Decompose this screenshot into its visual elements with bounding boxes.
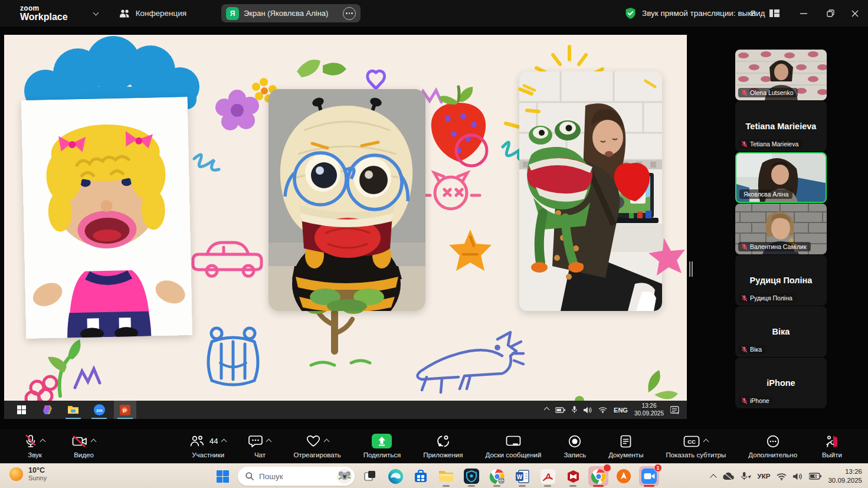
presenter-language-indicator[interactable]: ENG xyxy=(614,407,628,414)
file-explorer-icon[interactable] xyxy=(436,466,456,486)
mcafee-icon[interactable] xyxy=(563,466,583,486)
participant-name-label: Валентина Самілик xyxy=(738,242,811,251)
leave-label: Выйти xyxy=(822,451,842,458)
copilot-icon[interactable] xyxy=(36,401,58,419)
clock[interactable]: 13:26 30.09.2025 xyxy=(828,467,862,485)
participant-tile[interactable]: Рудиця Поліна Рудиця Поліна xyxy=(735,255,827,306)
chrome-notification-badge xyxy=(603,464,611,472)
word-icon[interactable]: W xyxy=(512,466,532,486)
record-button[interactable]: Запись xyxy=(561,433,588,460)
more-button[interactable]: Дополнительно xyxy=(746,433,800,460)
captions-button[interactable]: CC Показать субтитры xyxy=(663,433,728,460)
heart-doodle xyxy=(368,71,385,89)
participant-tile[interactable]: Olena Lutsenko xyxy=(735,50,827,100)
audio-options-chevron-icon[interactable] xyxy=(40,439,46,445)
documents-button[interactable]: Документы xyxy=(606,433,646,460)
presenter-battery-icon xyxy=(555,407,565,413)
video-button[interactable]: Видео xyxy=(70,433,98,460)
presenter-notification-icon[interactable] xyxy=(670,406,680,414)
leave-button[interactable]: Выйти xyxy=(820,433,844,460)
participants-options-chevron-icon[interactable] xyxy=(221,439,227,445)
edge-icon[interactable] xyxy=(385,466,405,486)
doll-puppet-photo xyxy=(21,97,192,339)
onedrive-cloud-icon[interactable] xyxy=(722,472,734,480)
microsoft-store-icon[interactable] xyxy=(411,466,431,486)
captions-options-chevron-icon[interactable] xyxy=(703,439,709,445)
weather-widget[interactable]: 10°C Sunny xyxy=(9,466,47,482)
svg-text:W: W xyxy=(516,473,522,480)
participants-button[interactable]: 44 Участники xyxy=(188,433,228,460)
more-icon xyxy=(767,435,779,448)
task-view-icon[interactable] xyxy=(360,466,380,486)
record-label: Запись xyxy=(564,451,586,458)
leave-meeting-icon xyxy=(825,435,839,448)
sun-icon xyxy=(9,467,23,481)
chrome-profile-icon[interactable] xyxy=(487,466,507,486)
restore-button[interactable] xyxy=(817,0,844,27)
view-button-label: Вид xyxy=(751,9,765,18)
react-options-chevron-icon[interactable] xyxy=(323,439,329,445)
whiteboards-button[interactable]: Доски сообщений xyxy=(483,433,543,460)
participant-tile[interactable]: Валентина Самілик xyxy=(735,204,827,254)
wifi-icon[interactable] xyxy=(777,473,787,480)
tab-screen-share-label: Экран (Яковлєва Аліна) xyxy=(244,9,338,18)
presenter-clock: 13:26 30.09.2025 xyxy=(634,402,664,417)
presenter-tray-chevron-icon[interactable] xyxy=(544,407,550,413)
chat-button[interactable]: Чат xyxy=(246,433,273,460)
zoom-taskbar-icon[interactable]: 1 xyxy=(639,466,659,486)
panel-resize-handle[interactable] xyxy=(689,261,694,277)
search-placeholder: Пошук xyxy=(259,472,332,481)
chevron-down-icon[interactable] xyxy=(93,9,99,15)
mic-muted-icon xyxy=(741,294,748,302)
search-box[interactable]: Пошук xyxy=(238,467,355,486)
taskbar-time: 13:26 xyxy=(828,467,862,476)
share-button[interactable]: Поделиться xyxy=(361,433,404,460)
presenter-start-button[interactable] xyxy=(10,401,32,419)
koala-daily-image[interactable] xyxy=(337,469,352,484)
chat-options-chevron-icon[interactable] xyxy=(266,439,272,445)
mic-muted-icon xyxy=(741,140,748,148)
minimize-button[interactable] xyxy=(790,0,817,27)
video-options-chevron-icon[interactable] xyxy=(91,439,97,445)
zoom-workplace-logo: zoom Workplace xyxy=(20,5,68,22)
participant-tile[interactable]: Віка Віка xyxy=(735,306,827,357)
view-button[interactable]: Вид xyxy=(751,0,779,27)
tray-chevron-icon[interactable] xyxy=(710,474,716,480)
svg-text:CC: CC xyxy=(687,438,696,445)
presenter-taskbar: zm P ENG 13:26 30.09.2025 xyxy=(4,401,687,419)
documents-label: Документы xyxy=(608,451,643,458)
speaker-icon[interactable] xyxy=(793,473,803,480)
audio-button[interactable]: Звук xyxy=(22,433,47,460)
presenter-file-explorer-icon[interactable] xyxy=(62,401,84,419)
mic-location-icon[interactable] xyxy=(741,472,751,481)
presenter-avatar: Я xyxy=(226,7,239,20)
apps-button[interactable]: Приложения xyxy=(421,433,465,460)
battery-icon[interactable] xyxy=(809,473,821,480)
start-button[interactable] xyxy=(212,466,232,486)
participant-tile-active-speaker[interactable]: Яковлєва Аліна xyxy=(735,152,827,203)
layout-view-icon xyxy=(769,9,779,18)
chrome-active-icon[interactable] xyxy=(588,466,608,486)
presenter-zoom-icon[interactable]: zm xyxy=(88,401,110,419)
security-app-icon[interactable] xyxy=(461,466,482,486)
people-icon xyxy=(119,9,130,18)
tab-meeting[interactable]: Конференция xyxy=(119,9,187,18)
participant-tile[interactable]: Tetiana Marieieva Tetiana Marieieva xyxy=(735,101,827,152)
close-button[interactable] xyxy=(841,0,868,27)
language-indicator[interactable]: УКР xyxy=(758,473,771,480)
powerpoint-icon[interactable]: P xyxy=(114,401,136,419)
tab-options-icon[interactable] xyxy=(343,7,356,20)
participant-name-label: iPhone xyxy=(738,396,774,405)
shield-check-icon xyxy=(624,7,637,19)
bottom-left-plants xyxy=(26,339,100,401)
acrobat-icon[interactable] xyxy=(538,466,558,486)
avast-icon[interactable] xyxy=(614,466,634,486)
participant-name-label: Рудиця Поліна xyxy=(738,293,797,303)
participant-tile[interactable]: iPhone iPhone xyxy=(735,358,827,408)
mic-muted-icon xyxy=(741,397,748,404)
zoom-workplace-window: zoom Workplace Конференция Я Экран (Яков… xyxy=(0,0,868,488)
cat-face-doodle xyxy=(422,173,480,209)
tab-screen-share[interactable]: Я Экран (Яковлєва Аліна) xyxy=(221,4,361,22)
react-button[interactable]: Отреагировать xyxy=(291,433,343,460)
participant-name-label: Яковлєва Аліна xyxy=(739,189,792,199)
